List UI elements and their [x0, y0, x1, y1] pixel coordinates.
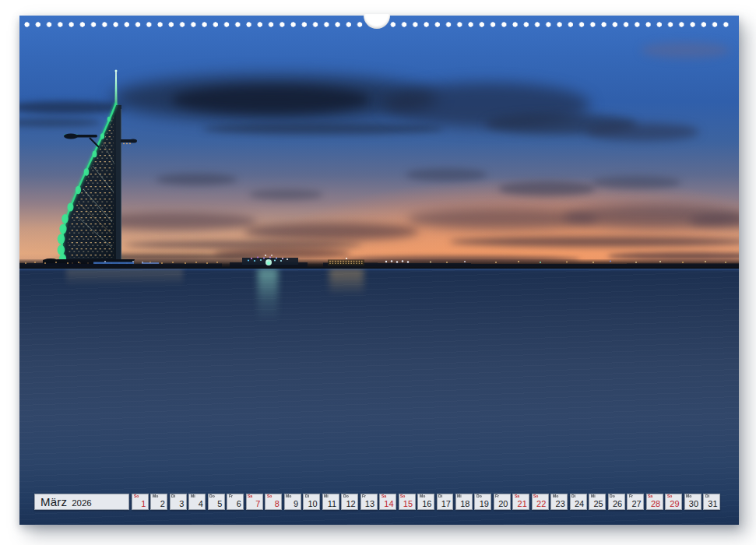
- sky-scene: [19, 16, 739, 269]
- weekday-abbrev: Fr: [495, 494, 499, 498]
- day-number: 5: [217, 499, 222, 508]
- day-cell-11: Mi11: [322, 494, 339, 510]
- day-number: 1: [141, 499, 146, 508]
- city-lights: [19, 249, 739, 269]
- weekday-abbrev: Mo: [686, 494, 691, 498]
- weekday-abbrev: Fr: [362, 494, 366, 498]
- weekday-abbrev: Di: [171, 494, 175, 498]
- day-cell-13: Fr13: [360, 494, 378, 510]
- light-streak: [329, 269, 364, 295]
- day-cell-1: So1: [132, 494, 149, 510]
- day-cell-19: Do19: [474, 494, 491, 510]
- day-number: 31: [708, 499, 717, 508]
- product-photo-background: März 2026 So1Mo2Di3Mi4Do5Fr6Sa7So8Mo9Di1…: [0, 0, 756, 545]
- light-streak: [66, 269, 183, 286]
- day-cell-16: Mo16: [417, 494, 434, 510]
- weekday-abbrev: So: [533, 494, 538, 498]
- weekday-abbrev: Mi: [457, 494, 462, 498]
- day-cell-3: Di3: [170, 494, 187, 510]
- day-cell-30: Mo30: [684, 494, 701, 510]
- day-cell-12: Do12: [341, 494, 358, 510]
- day-cell-29: So29: [665, 494, 682, 510]
- day-cell-9: Mo9: [284, 494, 301, 510]
- weekday-abbrev: So: [400, 494, 405, 498]
- day-cell-23: Mo23: [550, 494, 568, 510]
- day-cell-20: Fr20: [494, 494, 511, 510]
- day-number: 24: [575, 499, 584, 508]
- day-number: 29: [670, 499, 679, 508]
- day-cell-28: Sa28: [646, 494, 663, 510]
- day-number: 6: [237, 499, 241, 508]
- weekday-abbrev: Mo: [553, 494, 558, 498]
- day-cell-6: Fr6: [227, 494, 244, 510]
- weekday-abbrev: So: [267, 494, 272, 498]
- weekday-abbrev: Sa: [382, 494, 386, 498]
- weekday-abbrev: Fr: [629, 494, 633, 498]
- day-cell-7: Sa7: [246, 494, 263, 510]
- day-number: 19: [480, 499, 489, 508]
- day-number: 4: [199, 499, 203, 508]
- light-streak: [258, 269, 278, 323]
- year-label: 2026: [72, 498, 92, 508]
- weekday-abbrev: Di: [571, 494, 575, 498]
- day-number: 23: [556, 499, 565, 508]
- day-number: 21: [518, 499, 527, 508]
- weekday-abbrev: Do: [209, 494, 215, 498]
- day-number: 30: [689, 499, 698, 508]
- photo-burj-al-arab: [19, 16, 739, 525]
- day-number: 27: [631, 499, 641, 508]
- day-number: 3: [179, 499, 184, 508]
- day-cell-27: Fr27: [627, 494, 644, 510]
- day-number: 18: [460, 499, 469, 508]
- burj-al-arab-building: [43, 66, 152, 276]
- day-cell-5: Do5: [208, 494, 225, 510]
- day-number: 26: [613, 499, 622, 508]
- day-cell-24: Di24: [570, 494, 587, 510]
- calendar-strip: März 2026 So1Mo2Di3Mi4Do5Fr6Sa7So8Mo9Di1…: [34, 494, 720, 510]
- day-cell-26: Do26: [608, 494, 625, 510]
- weekday-abbrev: Sa: [648, 494, 652, 498]
- day-number: 9: [294, 499, 298, 508]
- weekday-abbrev: So: [667, 494, 672, 498]
- day-number: 10: [308, 499, 317, 508]
- day-cell-17: Di17: [437, 494, 454, 510]
- day-number: 17: [441, 499, 451, 508]
- day-number: 22: [536, 499, 546, 508]
- weekday-abbrev: Do: [610, 494, 615, 498]
- weekday-abbrev: So: [134, 494, 139, 498]
- day-number: 28: [651, 499, 660, 508]
- weekday-abbrev: Mo: [420, 494, 425, 498]
- water-overlay: [19, 269, 739, 525]
- day-number: 25: [593, 499, 603, 508]
- day-number: 14: [384, 499, 393, 508]
- day-number: 2: [160, 499, 165, 508]
- day-number: 15: [403, 499, 413, 508]
- weekday-abbrev: Do: [343, 494, 349, 498]
- month-name: März: [40, 495, 67, 508]
- day-number: 12: [346, 499, 355, 508]
- weekday-abbrev: Di: [438, 494, 442, 498]
- water-reflection: [19, 269, 739, 525]
- day-cell-15: So15: [399, 494, 416, 510]
- weekday-abbrev: Mo: [286, 494, 291, 498]
- day-number: 7: [255, 499, 260, 508]
- day-cell-25: Mi25: [589, 494, 606, 510]
- day-number: 16: [422, 499, 431, 508]
- day-cell-8: So8: [265, 494, 282, 510]
- weekday-abbrev: Di: [305, 494, 309, 498]
- day-cell-2: Mo2: [150, 494, 167, 510]
- weekday-abbrev: Do: [476, 494, 482, 498]
- day-cell-4: Mi4: [188, 494, 206, 510]
- weekday-abbrev: Mi: [591, 494, 596, 498]
- weekday-abbrev: Mo: [153, 494, 158, 498]
- calendar-page: März 2026 So1Mo2Di3Mi4Do5Fr6Sa7So8Mo9Di1…: [19, 16, 739, 525]
- weekday-abbrev: Fr: [229, 494, 233, 498]
- day-number: 20: [498, 499, 508, 508]
- day-cell-21: Sa21: [512, 494, 529, 510]
- day-number: 11: [328, 499, 336, 508]
- day-cell-14: Sa14: [379, 494, 396, 510]
- day-number: 13: [365, 499, 374, 508]
- month-label: März 2026: [34, 494, 129, 510]
- day-cell-10: Di10: [303, 494, 320, 510]
- day-row: So1Mo2Di3Mi4Do5Fr6Sa7So8Mo9Di10Mi11Do12F…: [132, 494, 720, 510]
